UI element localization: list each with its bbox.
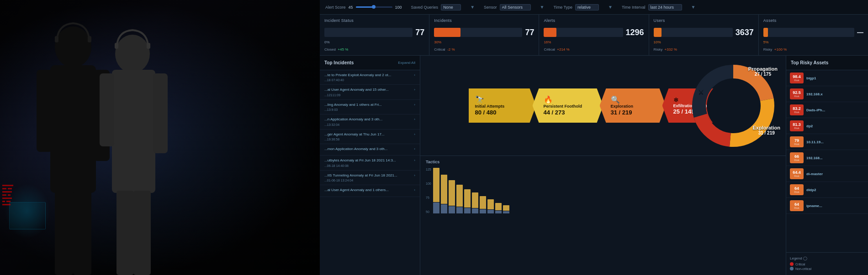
sensor-filter: Sensor All Sensors <box>484 4 531 10</box>
bar-group <box>433 168 439 213</box>
bar-group <box>480 168 486 213</box>
list-item[interactable]: › ...te to Private Exploit Anomaly and 2… <box>320 70 420 85</box>
stat-card-incident-status[interactable]: Incident Status 77 0% Closed +45 % <box>320 15 429 55</box>
list-item[interactable]: 64 Risk ipname... <box>786 198 868 214</box>
exploration-value-text: 31 / 219 <box>752 130 780 135</box>
stat-title-assets: Assets <box>763 18 863 23</box>
stat-card-assets[interactable]: Assets — 5% Risky +100 % <box>759 15 868 55</box>
score-sub: Risk <box>794 175 799 177</box>
score-value: 81.3 <box>793 123 801 127</box>
legend-dot-critical <box>790 262 794 266</box>
bar-dark <box>464 208 471 213</box>
stat-card-incidents[interactable]: Incidents 77 30% Critical -2 % <box>429 15 539 55</box>
time-type-label: Time Type <box>553 5 572 10</box>
stat-bar-bg-incidents <box>434 28 522 37</box>
asset-score-badge: 79 Risk <box>790 136 804 147</box>
bar-light <box>464 189 471 208</box>
score-value: 83.2 <box>793 107 801 111</box>
incident-time: ...01-06-18 13:24:04 <box>324 179 415 182</box>
score-sub: Risk <box>794 143 799 145</box>
score-sub: Risk <box>794 207 799 209</box>
y-axis: 125 100 75 50 <box>426 168 431 213</box>
legend-item-critical: Critical <box>790 262 864 266</box>
stat-bar-bg-assets <box>763 28 854 37</box>
asset-score-badge: 64 Risk <box>790 184 804 195</box>
list-item[interactable]: › ...utbytes Anomaly at Fri Jun 18 2021 … <box>320 156 420 170</box>
chevron-right-icon: › <box>414 158 415 162</box>
time-type-select[interactable]: relative <box>575 4 599 10</box>
legend-item-non-critical: Non-critical <box>790 267 864 270</box>
incident-name: ...utbytes Anomaly at Fri Jun 18 2021 14… <box>324 158 415 163</box>
alert-score-slider[interactable] <box>356 6 392 8</box>
center-panel: 🔭 Initial Attempts 80 / 480 🔥 Persistent… <box>420 56 786 275</box>
sensor-select[interactable]: All Sensors <box>500 4 531 10</box>
list-item[interactable]: › ...n Application Anomaly and 3 oth... … <box>320 114 420 129</box>
svg-rect-14 <box>115 43 118 49</box>
incident-name: ...mon Application Anomaly and 3 oth... <box>324 147 415 151</box>
time-interval-select[interactable]: last 24 hours <box>648 4 682 10</box>
list-item[interactable]: › ...ger Agent Anomaly at Thu Jun 17... … <box>320 130 420 144</box>
tactics-section: Tactics 125 100 75 50 <box>420 156 786 275</box>
chevron-right-icon: › <box>414 188 415 192</box>
list-item[interactable]: › ...al User Agent Anomaly and 15 other.… <box>320 85 420 99</box>
chevron-right-icon: › <box>414 132 415 136</box>
list-item[interactable]: 66 Risk 192.168... <box>786 150 868 166</box>
stat-number-alerts: 1296 <box>626 28 644 37</box>
stat-footer-alerts: Critical +214 % <box>544 47 644 52</box>
exploration-title: Exploration <box>611 104 655 109</box>
list-item[interactable]: 79 Risk 10.11.19... <box>786 134 868 150</box>
stat-title-alerts: Alerts <box>544 18 644 23</box>
stat-card-alerts[interactable]: Alerts 1296 16% Critical +214 % <box>539 15 649 55</box>
chain-card-exploration[interactable]: 🔍 Exploration 31 / 219 <box>600 88 666 123</box>
propagation-label-text: Propagation <box>748 66 778 72</box>
list-item[interactable]: › ...IIS Tunneling Anomaly at Fri Jun 18… <box>320 171 420 185</box>
stat-card-users[interactable]: Users 3637 10% Risky +332 % <box>649 15 759 55</box>
list-item[interactable]: 83.2 Risk Dads-iPh... <box>786 102 868 118</box>
list-item[interactable]: › ...al User Agent Anomaly and 1 others.… <box>320 185 420 197</box>
bar-light <box>487 199 494 209</box>
list-item[interactable]: › ...mon Application Anomaly and 3 oth..… <box>320 144 420 156</box>
chain-card-initial-attempts[interactable]: 🔭 Initial Attempts 80 / 480 <box>469 88 536 123</box>
propagation-icon: ⚔ <box>698 89 704 96</box>
risky-assets-title: Top Risky Assets <box>791 60 828 65</box>
bar-light <box>472 192 478 208</box>
asset-name: dldp2 <box>806 188 864 192</box>
bar-group <box>472 168 478 213</box>
list-item[interactable]: › ...ling Anomaly and 1 others at Fri...… <box>320 100 420 114</box>
list-item[interactable]: 98.4 Risk bigp1 <box>786 70 868 86</box>
bar-group <box>464 168 471 213</box>
score-value: 64 <box>794 202 799 207</box>
asset-info: bigp1 <box>806 76 864 80</box>
initial-attempts-title: Initial Attempts <box>475 104 525 109</box>
bar-group <box>487 168 494 213</box>
svg-point-21 <box>707 79 760 132</box>
chain-card-persistent-foothold[interactable]: 🔥 Persistent Foothold 44 / 273 <box>533 88 603 123</box>
score-value: 64 <box>794 187 799 191</box>
donut-propagation-label: Propagation 27 / 175 <box>748 66 778 77</box>
expand-all-button[interactable]: Expand All <box>398 61 415 65</box>
incident-time: ...18 07:40:40 <box>324 78 415 82</box>
score-value: 79 <box>794 139 799 143</box>
incident-time: ...12111:09 <box>324 93 415 97</box>
chevron-right-icon: › <box>414 103 415 107</box>
list-item[interactable]: 92.5 Risk 192.168.x <box>786 86 868 102</box>
photo-section: ■■■■■■■■■■■ ■■■■■■■■■■■■■ ■■■■■■■■■■■ ■■… <box>0 0 320 275</box>
stat-bar-bg-alerts <box>544 28 623 37</box>
svg-rect-11 <box>153 73 168 153</box>
attack-chain-section: 🔭 Initial Attempts 80 / 480 🔥 Persistent… <box>420 56 786 156</box>
list-item[interactable]: 64.4 Risk dl-master <box>786 166 868 182</box>
legend-text-critical: Critical <box>795 263 805 266</box>
list-item[interactable]: 64 Risk dldp2 <box>786 182 868 198</box>
svg-rect-15 <box>147 43 150 49</box>
bar-group <box>441 168 447 213</box>
legend-text-non-critical: Non-critical <box>795 267 811 270</box>
incident-time: ...13:9:03 <box>324 108 415 111</box>
incident-name: ...al User Agent Anomaly and 15 other... <box>324 88 415 92</box>
svg-rect-13 <box>133 191 151 275</box>
incident-name: ...ger Agent Anomaly at Thu Jun 17... <box>324 132 415 137</box>
score-value: 98.4 <box>793 75 801 79</box>
stat-number-incident-status: 77 <box>415 28 424 37</box>
list-item[interactable]: 81.3 Risk dp2 <box>786 118 868 134</box>
saved-queries-select[interactable]: None <box>441 4 461 10</box>
legend-section: Legend ◯ Critical Non-critical <box>786 252 868 275</box>
